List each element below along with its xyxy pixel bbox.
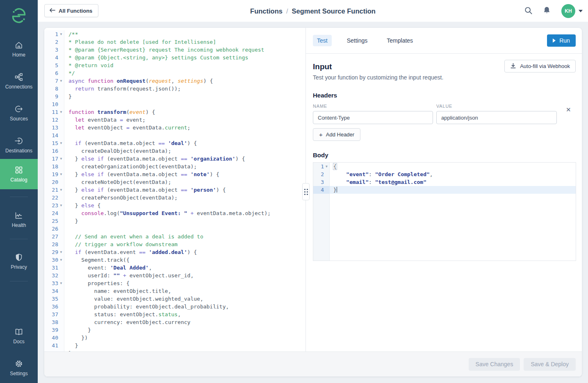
- code-line[interactable]: 18 createOrganizationObject(eventData);: [44, 163, 305, 170]
- tab-settings[interactable]: Settings: [343, 35, 372, 46]
- fold-icon[interactable]: ▼: [58, 30, 64, 38]
- code-line[interactable]: 34 name: eventObject.title,: [44, 287, 305, 295]
- code-line[interactable]: 9}: [44, 93, 305, 100]
- code-line[interactable]: 33▼ properties: {: [44, 279, 305, 287]
- code-line[interactable]: 16 createDealObject(eventData);: [44, 147, 305, 155]
- body-line[interactable]: 4}: [313, 186, 576, 194]
- code-line[interactable]: 3* @param {ServerRequest} request The in…: [44, 46, 305, 54]
- code-line[interactable]: 1▼/**: [44, 30, 305, 38]
- sidebar-item-catalog[interactable]: Catalog: [0, 159, 38, 189]
- code-line[interactable]: 40 }): [44, 334, 305, 342]
- save-deploy-button[interactable]: Save & Deploy: [524, 358, 576, 371]
- code-line[interactable]: 22 createPersonObject(eventData);: [44, 194, 305, 202]
- code-line[interactable]: 4* @param {Object.<string, any>} setting…: [44, 54, 305, 61]
- add-header-button[interactable]: + Add Header: [313, 128, 360, 141]
- user-menu[interactable]: KH: [561, 4, 583, 18]
- line-number: 10: [44, 100, 58, 108]
- fold-icon[interactable]: ▼: [58, 202, 64, 209]
- sidebar-item-label: Docs: [13, 339, 24, 344]
- fold-icon[interactable]: ▼: [58, 186, 64, 194]
- code-line[interactable]: 15▼ if (eventData.meta.object == 'deal')…: [44, 139, 305, 147]
- sidebar-item-destinations[interactable]: Destinations: [0, 132, 38, 158]
- breadcrumb-functions[interactable]: Functions: [250, 7, 283, 15]
- remove-header-button[interactable]: ✕: [566, 106, 571, 113]
- body-line[interactable]: 1▼{: [313, 163, 576, 170]
- code-line[interactable]: 6*/: [44, 69, 305, 77]
- fold-icon[interactable]: ▼: [58, 155, 64, 163]
- save-changes-button[interactable]: Save Changes: [469, 358, 520, 371]
- code-line[interactable]: 29▼ if (eventData.event == 'added.deal')…: [44, 248, 305, 256]
- code-editor[interactable]: 1▼/**2* Please do not delete [used for I…: [44, 28, 305, 351]
- code-line[interactable]: 30▼ Segment.track({: [44, 256, 305, 264]
- fold-spacer: [58, 310, 64, 318]
- sidebar-item-label: Destinations: [5, 148, 32, 154]
- fold-spacer: [58, 116, 64, 124]
- fold-icon[interactable]: ▼: [58, 139, 64, 147]
- code-line[interactable]: 5* @return void: [44, 61, 305, 69]
- fold-icon[interactable]: ▼: [58, 279, 64, 287]
- code-line[interactable]: 20 createNoteObject(eventData);: [44, 178, 305, 186]
- code-line[interactable]: 12 let eventData = event;: [44, 116, 305, 124]
- header-value-input[interactable]: [436, 111, 557, 124]
- code-line[interactable]: 19▼ } else if (eventData.meta.object == …: [44, 170, 305, 178]
- code-line[interactable]: 28 // trigger a workflow downstream: [44, 240, 305, 248]
- fold-icon[interactable]: ▼: [58, 77, 64, 85]
- code-line[interactable]: 13 let eventObject = eventData.current;: [44, 124, 305, 131]
- code-line[interactable]: 23▼ } else {: [44, 202, 305, 209]
- bell-icon[interactable]: [543, 6, 551, 16]
- code-line[interactable]: 35 value: eventObject.weighted_value,: [44, 295, 305, 303]
- sidebar-divider: [10, 197, 28, 197]
- code-line[interactable]: 36 probability: eventObject.deal_probabi…: [44, 303, 305, 310]
- fold-spacer: [58, 93, 64, 100]
- code-line[interactable]: 14: [44, 131, 305, 139]
- fold-icon[interactable]: ▼: [324, 163, 329, 170]
- code-line[interactable]: 25 }: [44, 217, 305, 225]
- fold-icon[interactable]: ▼: [58, 248, 64, 256]
- code-line[interactable]: 11▼function transform(event) {: [44, 108, 305, 116]
- code-line[interactable]: 7▼async function onRequest(request, sett…: [44, 77, 305, 85]
- sidebar-item-docs[interactable]: Docs: [0, 323, 38, 349]
- all-functions-back-button[interactable]: All Functions: [44, 4, 98, 17]
- code-line[interactable]: 41 }: [44, 342, 305, 349]
- code-line[interactable]: 17▼ } else if (eventData.meta.object == …: [44, 155, 305, 163]
- code-line[interactable]: 24 console.log("Unsupported Event: " + e…: [44, 209, 305, 217]
- fold-spacer: [58, 85, 64, 93]
- sidebar-item-label: Connections: [5, 84, 33, 90]
- search-icon[interactable]: [524, 7, 532, 16]
- line-number: 24: [44, 209, 58, 217]
- run-button[interactable]: Run: [547, 34, 576, 47]
- code-line[interactable]: 26: [44, 225, 305, 233]
- fold-icon[interactable]: ▼: [58, 170, 64, 178]
- sidebar-item-settings[interactable]: Settings: [0, 355, 38, 381]
- code-line[interactable]: 31 event: 'Deal Added',: [44, 264, 305, 272]
- header-name-input[interactable]: [313, 111, 433, 124]
- autofill-webhook-button[interactable]: Auto-fill via Webhook: [504, 60, 576, 73]
- code-line[interactable]: 37 status: eventObject.status,: [44, 310, 305, 318]
- fold-spacer: [324, 186, 329, 194]
- body-line[interactable]: 3 "email": "test@gmail.com": [313, 178, 576, 186]
- sidebar-item-privacy[interactable]: Privacy: [0, 248, 38, 274]
- code-line[interactable]: 38 currency: eventObject.currency: [44, 318, 305, 326]
- function-editor-card: 1▼/**2* Please do not delete [used for I…: [44, 28, 582, 376]
- code-line[interactable]: 27 // Send an event when a deal is added…: [44, 233, 305, 240]
- sidebar-item-sources[interactable]: Sources: [0, 100, 38, 126]
- tab-test[interactable]: Test: [313, 35, 332, 46]
- sidebar-item-home[interactable]: Home: [0, 36, 38, 62]
- sidebar-item-health[interactable]: Health: [0, 206, 38, 233]
- fold-icon[interactable]: ▼: [58, 256, 64, 264]
- fold-icon[interactable]: ▼: [58, 108, 64, 116]
- body-line[interactable]: 2 "event": "Order Completed",: [313, 170, 576, 178]
- code-line[interactable]: 21▼ } else if (eventData.meta.object == …: [44, 186, 305, 194]
- code-line[interactable]: 2* Please do not delete [used for Intell…: [44, 38, 305, 46]
- line-number: 38: [44, 318, 58, 326]
- sidebar-item-connections[interactable]: Connections: [0, 68, 38, 94]
- code-line[interactable]: 32 userId: "" + eventObject.user_id,: [44, 272, 305, 279]
- tab-templates[interactable]: Templates: [383, 35, 417, 46]
- body-json-editor[interactable]: 1▼{2 "event": "Order Completed",3 "email…: [313, 162, 576, 261]
- segment-logo[interactable]: [10, 7, 28, 25]
- code-line[interactable]: 39 }: [44, 326, 305, 334]
- code-line[interactable]: 8 return transform(request.json());: [44, 85, 305, 93]
- header-value-label: VALUE: [436, 104, 557, 109]
- code-line[interactable]: 10: [44, 100, 305, 108]
- avatar[interactable]: KH: [561, 4, 575, 18]
